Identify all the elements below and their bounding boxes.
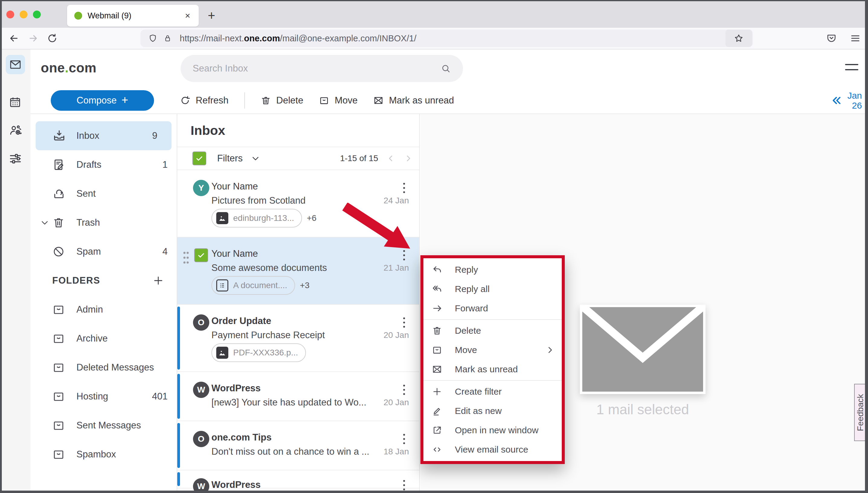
trash-icon <box>52 216 66 229</box>
contacts-icon <box>9 124 22 137</box>
url-text: https://mail-next.one.com/mail@one-examp… <box>180 34 748 43</box>
folders-header: FOLDERS <box>31 266 177 295</box>
add-folder-icon[interactable] <box>153 275 164 286</box>
app-menu-icon[interactable] <box>845 64 858 74</box>
menu-item-create-filter[interactable]: Create filter <box>423 382 562 401</box>
maximize-window-button[interactable] <box>33 10 41 18</box>
sidebar-item-inbox[interactable]: Inbox 9 <box>36 121 171 150</box>
lock-icon[interactable] <box>163 34 172 43</box>
sidebar-folder-sent-messages[interactable]: Sent Messages <box>31 411 177 440</box>
minimize-window-button[interactable] <box>20 10 27 18</box>
rail-item-contacts[interactable] <box>9 124 22 137</box>
mail-date: 21 Jan <box>384 263 409 273</box>
date-panel[interactable]: Jan26 <box>831 87 862 113</box>
attachment-chip[interactable]: A document.... <box>211 276 295 295</box>
mail-checkbox[interactable] <box>194 248 208 262</box>
rail-item-settings[interactable] <box>9 152 22 165</box>
mark-unread-button[interactable]: Mark as unread <box>373 95 454 106</box>
open-in-new-window-icon <box>432 425 443 435</box>
menu-item-mark-as-unread[interactable]: Mark as unread <box>423 360 562 379</box>
rail-item-mail[interactable] <box>6 55 25 74</box>
feedback-tab[interactable]: Feedback <box>854 384 866 441</box>
submenu-chevron-icon <box>545 345 555 355</box>
tab-title: Webmail (9) <box>87 11 184 21</box>
menu-item-forward[interactable]: Forward <box>423 299 562 318</box>
menu-item-view-email-source[interactable]: View email source <box>423 440 562 459</box>
menu-item-open-in-new-window[interactable]: Open in new window <box>423 421 562 440</box>
delete-button[interactable]: Delete <box>261 95 304 106</box>
envelope-illustration <box>580 305 706 394</box>
sidebar-item-drafts[interactable]: Drafts 1 <box>31 150 177 179</box>
close-tab-icon[interactable]: × <box>184 10 191 21</box>
inbox-icon <box>52 129 66 143</box>
kebab-menu-icon[interactable] <box>398 180 410 196</box>
mail-icon <box>9 58 22 71</box>
back-icon[interactable] <box>8 33 19 44</box>
select-all-checkbox[interactable] <box>193 151 206 165</box>
mail-row[interactable]: O Order Update Payment Purchase Receipt … <box>177 305 419 372</box>
close-window-button[interactable] <box>6 10 14 18</box>
unread-indicator <box>177 472 180 486</box>
sidebar-folder-hosting[interactable]: Hosting 401 <box>31 382 177 411</box>
kebab-menu-icon[interactable] <box>398 314 410 331</box>
sidebar-item-spam[interactable]: Spam 4 <box>31 237 177 266</box>
sidebar-folder-spambox[interactable]: Spambox <box>31 440 177 469</box>
kebab-menu-icon[interactable] <box>398 477 410 491</box>
filters-label[interactable]: Filters <box>217 153 243 164</box>
mail-toolbar: Compose+ Refresh Delete Move M <box>31 87 868 114</box>
mail-date: 20 Jan <box>384 398 409 407</box>
menu-item-reply[interactable]: Reply <box>423 260 562 279</box>
chevron-down-icon[interactable] <box>250 153 261 164</box>
attachment-chip[interactable]: edinburgh-113... <box>211 209 302 228</box>
sidebar-folder-deleted-messages[interactable]: Deleted Messages <box>31 353 177 382</box>
mail-row[interactable]: W WordPress <box>177 470 419 489</box>
app-rail <box>0 49 31 491</box>
mail-sender: Order Update <box>211 316 271 326</box>
bookmark-star-icon[interactable] <box>725 29 752 47</box>
pocket-icon[interactable] <box>826 33 836 43</box>
window-edge <box>0 0 2 493</box>
screen: Webmail (9) × + https://mail-next.one.co… <box>0 0 868 493</box>
sidebar-item-sent[interactable]: Sent <box>31 179 177 208</box>
mail-list-header: Inbox <box>177 114 419 147</box>
mail-row[interactable]: W WordPress [new3] Your site has updated… <box>177 372 419 421</box>
sidebar-folder-archive[interactable]: Archive <box>31 324 177 353</box>
browser-tab[interactable]: Webmail (9) × <box>67 5 199 26</box>
forward-icon[interactable] <box>28 33 39 44</box>
attachment-chip[interactable]: PDF-XXX336.p... <box>211 343 306 362</box>
kebab-menu-icon[interactable] <box>398 431 410 447</box>
page-prev-icon[interactable] <box>386 154 396 163</box>
sidebar-folder-admin[interactable]: Admin <box>31 295 177 324</box>
folder-icon <box>52 332 66 345</box>
reload-icon[interactable] <box>47 33 57 43</box>
url-bar[interactable]: https://mail-next.one.com/mail@one-examp… <box>140 29 753 47</box>
menu-item-move[interactable]: Move <box>423 340 562 360</box>
mail-subject: Some awesome documents <box>211 262 327 273</box>
search-icon[interactable] <box>441 63 451 73</box>
chevron-down-icon[interactable] <box>40 217 50 228</box>
compose-button[interactable]: Compose+ <box>51 90 154 111</box>
new-tab-button[interactable]: + <box>208 9 215 22</box>
mail-sender: WordPress <box>211 383 261 394</box>
mail-subject: [new3] Your site has updated to Wo... <box>211 397 366 408</box>
tab-favicon <box>74 12 82 20</box>
kebab-menu-icon[interactable] <box>398 382 410 398</box>
unread-indicator <box>177 374 180 419</box>
menu-item-delete[interactable]: Delete <box>423 321 562 340</box>
shield-icon[interactable] <box>148 34 157 43</box>
sidebar-item-trash[interactable]: Trash <box>31 208 177 237</box>
hamburger-menu-icon[interactable] <box>850 33 861 44</box>
refresh-button[interactable]: Refresh <box>180 95 229 106</box>
one-com-logo: one.com <box>41 60 96 76</box>
refresh-icon <box>180 95 190 106</box>
move-button[interactable]: Move <box>319 95 358 106</box>
drag-handle[interactable] <box>182 251 190 264</box>
rail-item-calendar[interactable] <box>9 96 21 109</box>
search-input[interactable] <box>193 63 441 74</box>
window-edge <box>0 0 868 1</box>
page-next-icon[interactable] <box>403 154 413 163</box>
menu-item-reply-all[interactable]: Reply all <box>423 279 562 299</box>
menu-item-edit-as-new[interactable]: Edit as new <box>423 401 562 421</box>
search-bar[interactable] <box>181 55 463 82</box>
mail-row[interactable]: O one.com Tips Don't miss out on a chanc… <box>177 421 419 470</box>
